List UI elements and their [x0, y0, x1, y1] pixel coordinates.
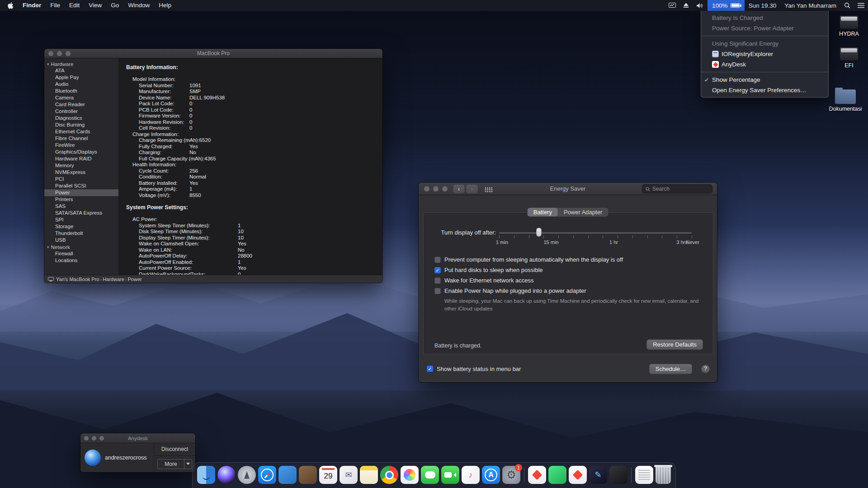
- anydesk-titlebar[interactable]: Anydesk: [80, 433, 195, 443]
- sidebar-item-memory[interactable]: Memory: [44, 162, 118, 169]
- schedule-button[interactable]: Schedule…: [649, 364, 692, 374]
- dock-photo-booth[interactable]: [299, 466, 317, 484]
- battery-menu-item-ioregistryexplorer[interactable]: IORegistryExplorer: [701, 49, 828, 59]
- dock-system-preferences[interactable]: ⚙1: [502, 466, 520, 484]
- sidebar-item-apple-pay[interactable]: Apple Pay: [44, 74, 118, 81]
- close-button[interactable]: [424, 186, 429, 192]
- dock-launchpad[interactable]: [238, 466, 256, 484]
- sidebar-section-hardware[interactable]: ▾Hardware: [44, 61, 118, 67]
- dock-calendar[interactable]: 29: [319, 466, 337, 484]
- show-all-preferences-icon[interactable]: [485, 186, 493, 194]
- dock-facetime[interactable]: [441, 466, 459, 484]
- battery-menu-item-show-percentage[interactable]: ✓Show Percentage: [701, 75, 828, 85]
- display-off-slider-thumb[interactable]: [536, 228, 542, 237]
- dock-anydesk[interactable]: [528, 466, 546, 484]
- dock-mail[interactable]: ✉: [340, 466, 358, 484]
- notification-center-icon[interactable]: [854, 0, 868, 11]
- sidebar-item-sata-sata-express[interactable]: SATA/SATA Express: [44, 210, 118, 216]
- breadcrumb-power[interactable]: Power: [127, 277, 142, 282]
- sidebar-item-ata[interactable]: ATA: [44, 67, 118, 74]
- eject-icon[interactable]: [679, 0, 693, 11]
- sidebar-item-printers[interactable]: Printers: [44, 196, 118, 203]
- sidebar-item-pci[interactable]: PCI: [44, 176, 118, 183]
- search-input[interactable]: [652, 186, 709, 192]
- dock-dev-tool[interactable]: [609, 466, 627, 484]
- sidebar-section-network[interactable]: ▾Network: [44, 244, 118, 250]
- menu-help[interactable]: Help: [154, 2, 176, 9]
- dock-anydesk-2[interactable]: [569, 466, 587, 484]
- sidebar-item-fibre-channel[interactable]: Fibre Channel: [44, 135, 118, 142]
- sidebar-item-firewire[interactable]: FireWire: [44, 142, 118, 149]
- back-button[interactable]: ‹: [453, 184, 465, 193]
- dock-finder[interactable]: [197, 466, 215, 484]
- sidebar-item-locations[interactable]: Locations: [44, 257, 118, 264]
- system-information-titlebar[interactable]: MacBook Pro: [44, 49, 382, 58]
- sidebar-item-thunderbolt[interactable]: Thunderbolt: [44, 230, 118, 237]
- sidebar-item-usb[interactable]: USB: [44, 237, 118, 244]
- chevron-down-icon[interactable]: [184, 460, 192, 469]
- forward-button[interactable]: ›: [466, 184, 478, 193]
- apple-menu[interactable]: [3, 0, 18, 11]
- sidebar-item-storage[interactable]: Storage: [44, 223, 118, 230]
- search-field[interactable]: [642, 184, 712, 193]
- checkbox-put-hard-disks-to-sleep-when-p[interactable]: ✓: [434, 267, 441, 273]
- dock-android-tool[interactable]: [548, 466, 566, 484]
- dock-textedit[interactable]: [635, 466, 653, 484]
- breadcrumb-yan-s-macbook-pro[interactable]: Yan's MacBook Pro: [56, 277, 99, 282]
- sidebar-item-power[interactable]: Power: [44, 189, 118, 196]
- sidebar-item-ethernet-cards[interactable]: Ethernet Cards: [44, 128, 118, 135]
- sidebar-item-graphics-displays[interactable]: Graphics/Displays: [44, 149, 118, 155]
- sidebar-item-nvmexpress[interactable]: NVMExpress: [44, 169, 118, 176]
- checkbox-prevent-computer-from-sleeping[interactable]: [434, 257, 441, 263]
- dock-graphics-tool[interactable]: ✎: [589, 466, 607, 484]
- sidebar-item-camera[interactable]: Camera: [44, 94, 118, 101]
- menu-file[interactable]: File: [46, 2, 65, 9]
- sidebar-item-controller[interactable]: Controller: [44, 108, 118, 115]
- battery-menu-item-open-energy-saver-preferences[interactable]: Open Energy Saver Preferences…: [701, 85, 828, 95]
- more-dropdown[interactable]: More: [157, 459, 192, 469]
- sidebar-item-bluetooth[interactable]: Bluetooth: [44, 88, 118, 94]
- sidebar-item-parallel-scsi[interactable]: Parallel SCSI: [44, 183, 118, 189]
- tab-battery[interactable]: Battery: [528, 208, 558, 216]
- sidebar-item-audio[interactable]: Audio: [44, 81, 118, 88]
- sidebar-item-card-reader[interactable]: Card Reader: [44, 101, 118, 108]
- disconnect-button[interactable]: Disconnect: [154, 443, 195, 456]
- sidebar-item-spi[interactable]: SPI: [44, 216, 118, 223]
- desktop-icon-hydra[interactable]: HYDRA: [830, 15, 868, 37]
- fast-user-switch-menu[interactable]: Yan Yan Muharram: [780, 2, 840, 9]
- menu-finder[interactable]: Finder: [18, 2, 46, 9]
- dock-notes[interactable]: [360, 466, 378, 484]
- dock-browser[interactable]: [380, 466, 398, 484]
- menu-view[interactable]: View: [84, 2, 106, 9]
- restore-defaults-button[interactable]: Restore Defaults: [646, 339, 703, 350]
- checkbox-wake-for-ethernet-network-acce[interactable]: [434, 277, 441, 284]
- dock-preview[interactable]: [278, 466, 297, 484]
- dock-safari[interactable]: [258, 466, 276, 484]
- dock-siri[interactable]: [217, 466, 236, 484]
- help-button[interactable]: ?: [701, 365, 710, 373]
- desktop-icon-efi[interactable]: EFI: [830, 47, 868, 69]
- spotlight-icon[interactable]: [840, 0, 854, 11]
- dock-trash[interactable]: [656, 466, 671, 484]
- breadcrumb-hardware[interactable]: Hardware: [103, 277, 124, 282]
- menu-bar-clock[interactable]: Sun 19.30: [745, 2, 781, 9]
- desktop-icon-dokumentasi[interactable]: Dokumentasi: [826, 88, 864, 112]
- sidebar-item-disc-burning[interactable]: Disc Burning: [44, 122, 118, 128]
- sidebar-item-diagnostics[interactable]: Diagnostics: [44, 115, 118, 122]
- sidebar-item-hardware-raid[interactable]: Hardware RAID: [44, 155, 118, 162]
- zoom-button[interactable]: [442, 186, 448, 192]
- checkbox-enable-power-nap-while-plugged[interactable]: [434, 288, 441, 294]
- battery-menu-item[interactable]: 100%: [708, 0, 745, 11]
- dock-photos[interactable]: [401, 466, 419, 484]
- show-battery-status-checkbox[interactable]: ✓: [427, 366, 433, 372]
- menu-go[interactable]: Go: [106, 2, 123, 9]
- battery-menu-item-anydesk[interactable]: AnyDesk: [701, 59, 828, 70]
- sidebar-item-firewall[interactable]: Firewall: [44, 250, 118, 257]
- anydesk-status-icon[interactable]: [665, 0, 679, 11]
- minimize-button[interactable]: [433, 186, 439, 192]
- menu-window[interactable]: Window: [123, 2, 154, 9]
- menu-edit[interactable]: Edit: [65, 2, 84, 9]
- dock-messages[interactable]: [421, 466, 439, 484]
- dock-music[interactable]: ♪: [462, 466, 480, 484]
- volume-icon[interactable]: [693, 0, 708, 11]
